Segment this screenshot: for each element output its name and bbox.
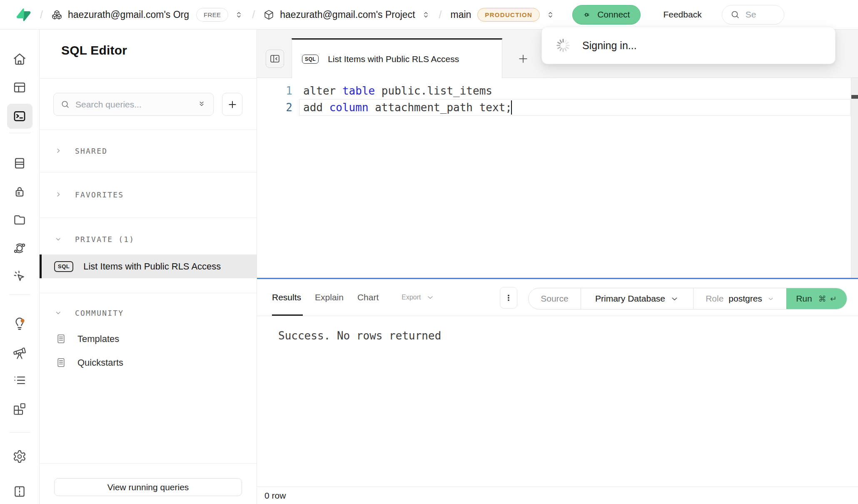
sidebar-divider <box>40 463 257 464</box>
role-label: Role <box>706 294 723 304</box>
reports-telescope-icon[interactable] <box>12 346 27 360</box>
code-line-1: alter table public.list_items <box>303 82 492 99</box>
line-number: 2 <box>267 99 292 116</box>
source-button[interactable]: Source <box>529 288 581 309</box>
section-private[interactable]: PRIVATE (1) <box>55 235 135 244</box>
editor-scrollbar-gutter[interactable] <box>851 78 858 278</box>
edge-functions-icon[interactable] <box>12 241 27 255</box>
home-icon[interactable] <box>12 52 27 66</box>
rail-divider <box>9 432 30 433</box>
table-editor-icon[interactable] <box>12 80 27 95</box>
logs-list-icon[interactable] <box>12 373 27 387</box>
sql-badge: SQL <box>54 261 73 272</box>
page-title: SQL Editor <box>61 43 127 57</box>
sql-editor-icon[interactable] <box>12 109 27 123</box>
query-list-item-selected[interactable]: SQL List Items with Public RLS Access <box>40 254 257 278</box>
quickstarts-link[interactable]: Quickstarts <box>55 357 123 368</box>
tab-explain[interactable]: Explain <box>315 292 344 302</box>
database-select[interactable]: Primary Database <box>581 288 693 309</box>
breadcrumb-separator: / <box>40 9 43 21</box>
database-icon[interactable] <box>12 156 27 170</box>
api-docs-blocks-icon[interactable] <box>12 402 27 416</box>
spinner-icon <box>555 37 571 53</box>
global-search-input[interactable]: Se <box>722 5 784 25</box>
run-query-button[interactable]: Run ⌘ ↵ <box>786 288 847 309</box>
search-queries-field[interactable] <box>75 100 192 110</box>
branch-switcher-chevrons-icon[interactable] <box>546 10 555 19</box>
results-panel: Success. No rows returned <box>257 316 858 487</box>
breadcrumb-org-name[interactable]: haezurath@gmail.com's Org <box>68 9 189 20</box>
global-search-text: Se <box>746 10 756 20</box>
code-line-2: add column attachment_path text; <box>303 99 512 116</box>
sort-chevrons-icon[interactable] <box>198 100 207 109</box>
run-button-label: Run <box>796 294 812 304</box>
collapse-sidebar-icon[interactable] <box>266 50 284 68</box>
templates-link[interactable]: Templates <box>55 333 119 344</box>
project-icon <box>264 10 274 20</box>
role-select[interactable]: Role postgres <box>693 288 786 309</box>
auth-lock-icon[interactable] <box>12 185 27 199</box>
tab-query[interactable]: SQL List Items with Public RLS Access <box>292 38 502 78</box>
section-shared-label: SHARED <box>75 147 107 155</box>
tab-title: List Items with Public RLS Access <box>328 54 459 64</box>
advisors-lightbulb-icon[interactable] <box>12 317 27 331</box>
cursor-position-marker <box>851 95 858 99</box>
section-community[interactable]: COMMUNITY <box>55 309 124 317</box>
org-plan-badge: FREE <box>196 8 228 22</box>
navigation-rail <box>0 30 40 504</box>
view-running-queries-button[interactable]: View running queries <box>54 478 242 496</box>
feedback-button[interactable]: Feedback <box>663 10 701 20</box>
query-item-label: List Items with Public RLS Access <box>83 261 221 272</box>
top-navigation-bar: / haezurath@gmail.com's Org FREE / haezu… <box>0 0 858 30</box>
more-options-kebab-button[interactable] <box>500 287 517 309</box>
organization-icon <box>52 10 62 20</box>
rail-divider <box>9 294 30 295</box>
environment-badge: PRODUCTION <box>477 8 540 22</box>
results-footer: 0 row <box>257 487 858 504</box>
settings-gear-icon[interactable] <box>12 449 27 464</box>
search-queries-input[interactable] <box>53 93 214 116</box>
breadcrumb-branch-name[interactable]: main <box>450 9 471 20</box>
export-label: Export <box>402 294 421 301</box>
project-switcher-chevrons-icon[interactable] <box>422 10 430 19</box>
chevron-down-icon <box>55 309 62 317</box>
templates-label: Templates <box>77 334 119 344</box>
supabase-logo[interactable] <box>16 7 31 22</box>
row-count: 0 row <box>264 491 286 501</box>
command-panel-icon[interactable] <box>12 484 27 499</box>
new-tab-button[interactable] <box>514 50 532 68</box>
new-query-button[interactable] <box>222 93 242 116</box>
run-controls-group: Source Primary Database Role postgres Ru… <box>528 288 847 309</box>
search-icon <box>60 100 70 109</box>
sidebar-divider <box>40 217 257 218</box>
sql-editor-sidebar: SQL Editor SHARED FAVORITES PRIVATE (1) <box>40 30 257 504</box>
export-menu-button[interactable]: Export <box>402 293 434 302</box>
realtime-cursor-icon[interactable] <box>12 269 27 284</box>
tab-chart[interactable]: Chart <box>357 292 379 302</box>
document-icon <box>55 357 67 368</box>
source-label: Source <box>541 294 569 304</box>
chevron-right-icon <box>55 147 62 155</box>
connect-button[interactable]: Connect <box>572 5 641 25</box>
section-shared[interactable]: SHARED <box>55 147 107 155</box>
sql-code-editor[interactable]: 1 2 alter table public.list_items add co… <box>257 78 858 278</box>
org-switcher-chevrons-icon[interactable] <box>234 10 243 19</box>
run-shortcut-keys: ⌘ ↵ <box>818 294 838 304</box>
query-status-message: Success. No rows returned <box>278 329 441 342</box>
sidebar-divider <box>40 293 257 293</box>
section-favorites-label: FAVORITES <box>75 190 124 199</box>
storage-folder-icon[interactable] <box>12 213 27 227</box>
connect-button-label: Connect <box>597 10 630 20</box>
section-community-label: COMMUNITY <box>75 309 124 317</box>
text-cursor <box>511 100 512 115</box>
sql-badge: SQL <box>302 55 319 64</box>
section-private-label: PRIVATE (1) <box>75 235 135 244</box>
tab-results[interactable]: Results <box>272 292 301 302</box>
sidebar-divider <box>40 78 257 79</box>
toast-message: Signing in... <box>582 40 637 52</box>
section-favorites[interactable]: FAVORITES <box>55 190 124 199</box>
editor-pane: SQL List Items with Public RLS Access 1 … <box>257 30 858 504</box>
rail-divider <box>9 133 30 133</box>
sidebar-divider <box>40 172 257 172</box>
breadcrumb-project-name[interactable]: haezurath@gmail.com's Project <box>280 9 415 20</box>
